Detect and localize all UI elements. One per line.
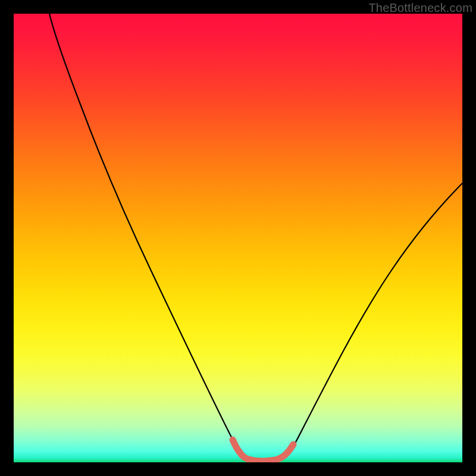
watermark-text: TheBottleneck.com: [368, 1, 472, 15]
plot-area: [14, 14, 462, 462]
curve-layer: [14, 14, 462, 462]
bottleneck-curve: [49, 14, 462, 461]
chart-frame: TheBottleneck.com: [0, 0, 476, 476]
optimal-band: [233, 440, 293, 461]
